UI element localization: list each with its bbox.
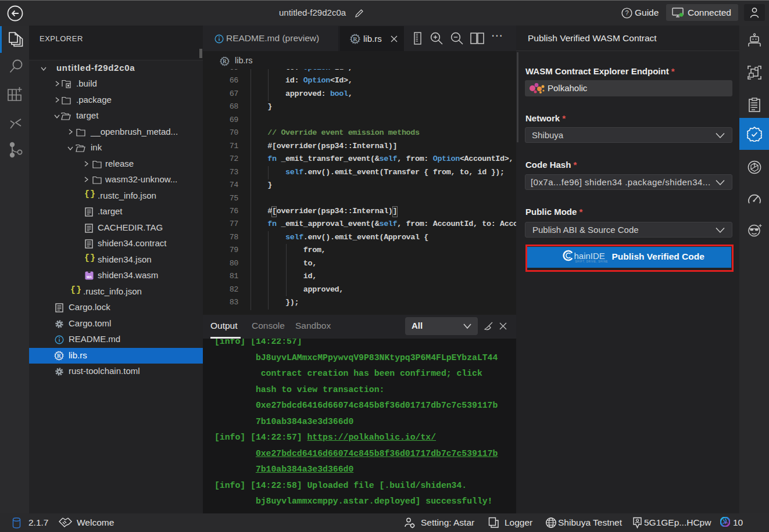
svg-text:?: ?	[625, 9, 628, 16]
svg-text:R: R	[353, 36, 357, 42]
svg-text:WA: WA	[87, 275, 92, 279]
svg-text:R: R	[57, 353, 61, 359]
svg-text:R: R	[223, 59, 227, 64]
